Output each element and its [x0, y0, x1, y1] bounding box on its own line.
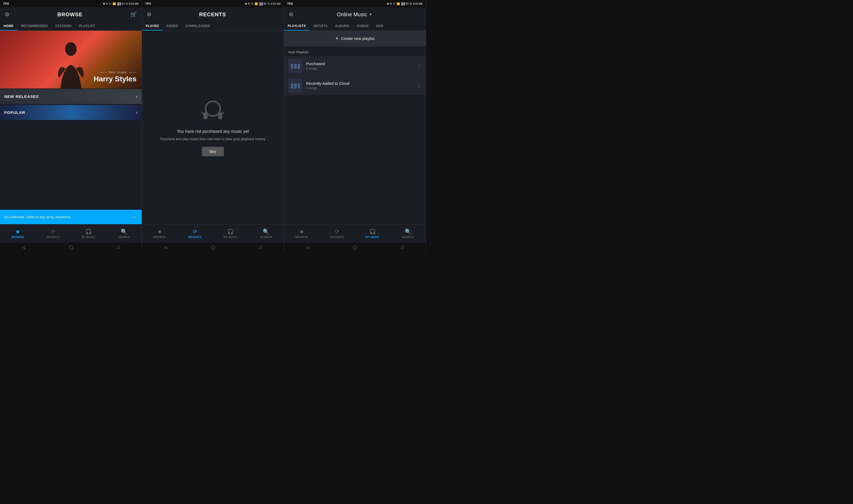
nav-recents-r[interactable]: ⟳ RECENTS	[177, 224, 213, 242]
nav-recents-m[interactable]: ⟳ RECENTS	[320, 224, 355, 242]
hero-text: New single Harry Styles	[94, 71, 137, 83]
svg-rect-3	[218, 112, 222, 119]
svg-point-0	[65, 42, 77, 56]
playlist-thumb-purchased: ▮▮▮	[288, 59, 302, 73]
create-playlist-button[interactable]: + Create new playlist	[284, 31, 426, 47]
tab-recommended[interactable]: RECOMMENDED	[17, 21, 51, 31]
nav-search-r[interactable]: 🔍 SEARCH	[248, 224, 284, 242]
carrier-browse: TPO	[3, 2, 9, 5]
recents-bottom-nav: ■ BROWSE ⟳ RECENTS 🎧 MY MUSIC 🔍 SEARCH	[142, 224, 284, 242]
bluetooth-icon-r: ✱	[245, 2, 247, 5]
nav-search[interactable]: 🔍 SEARCH	[106, 224, 142, 242]
search-nav-icon-r: 🔍	[263, 228, 269, 235]
home-btn-m[interactable]: ◯	[353, 245, 357, 249]
status-bar-recents: TPO ✱ N ⏱ 📶 ▐▐ 93% 8:03 AM	[142, 0, 284, 7]
mymusic-nav-icon: 🎧	[85, 228, 92, 235]
hero-subtitle: New single	[94, 71, 137, 74]
nav-browse-label-r: BROWSE	[153, 236, 166, 239]
settings-icon-r[interactable]: ⚙	[146, 10, 152, 19]
more-btn-purchased[interactable]: ⋮	[417, 63, 421, 69]
recents-panel: TPO ✱ N ⏱ 📶 ▐▐ 93% 8:03 AM ⚙ RECENTS PLA…	[142, 0, 284, 252]
cart-icon[interactable]: 🛒	[129, 10, 138, 19]
recents-top-bar: ⚙ RECENTS	[142, 7, 284, 21]
nav-mymusic-m[interactable]: 🎧 MY MUSIC	[355, 224, 390, 242]
signin-icon[interactable]: →	[130, 213, 138, 221]
unlimited-banner[interactable]: Go Unlimited. Listen to any song, anywhe…	[0, 210, 142, 224]
status-icons-recents: ✱ N ⏱ 📶 ▐▐ 93% 8:03 AM	[245, 2, 280, 5]
android-nav-mymusic: ◁ ◯ □	[284, 242, 426, 252]
tab-played[interactable]: PLAYED	[142, 21, 163, 31]
nav-browse-label: BROWSE	[12, 236, 24, 239]
tab-downloaded[interactable]: DOWNLOADED	[182, 21, 214, 31]
tab-stations[interactable]: STATIONS	[51, 21, 75, 31]
hero-silhouette-image	[55, 41, 87, 88]
svg-rect-2	[203, 112, 207, 119]
nav-browse-m[interactable]: ■ BROWSE	[284, 224, 320, 242]
browse-panel: TPO ✱ N ⏱ 📶 ▐▐ 93% 8:03 AM ⚙ BROWSE 🛒 HO…	[0, 0, 142, 252]
time-browse: 8:03 AM	[129, 2, 139, 5]
create-playlist-label: Create new playlist	[341, 36, 374, 41]
buy-button[interactable]: Buy	[202, 147, 224, 156]
recents-empty-state: You have not purchased any music yet Pur…	[142, 31, 284, 224]
hero-banner: New single Harry Styles	[0, 31, 142, 88]
nav-search-label: SEARCH	[118, 236, 130, 239]
headphones-icon	[200, 99, 226, 125]
back-btn-m[interactable]: ◁	[306, 245, 309, 249]
mymusic-top-bar: ⚙ Online Music ▼	[284, 7, 426, 21]
nav-browse[interactable]: ■ BROWSE	[0, 224, 35, 242]
nav-mymusic-label: MY MUSIC	[81, 236, 96, 239]
playlist-item-purchased[interactable]: ▮▮▮ Purchased 0 songs ⋮	[284, 56, 426, 76]
nav-search-m[interactable]: 🔍 SEARCH	[390, 224, 426, 242]
search-nav-icon-m: 🔍	[405, 228, 411, 235]
svg-line-5	[222, 112, 224, 114]
playlist-thumb-icon-purchased: ▮▮▮	[290, 62, 301, 70]
recents-title: RECENTS	[199, 12, 226, 18]
playlist-info-cloud: Recently Added to Cloud 0 songs	[306, 81, 417, 90]
nav-recents[interactable]: ⟳ RECENTS	[35, 224, 71, 242]
recents-btn-r[interactable]: □	[259, 245, 261, 249]
online-music-title: Online Music	[337, 12, 367, 18]
playlist-item-cloud[interactable]: ▮▮▮ Recently Added to Cloud 0 songs ⋮	[284, 76, 426, 95]
online-music-dropdown[interactable]: Online Music ▼	[337, 12, 372, 18]
nav-mymusic[interactable]: 🎧 MY MUSIC	[71, 224, 106, 242]
back-btn[interactable]: ◁	[22, 245, 25, 249]
popular-btn[interactable]: POPULAR ›	[0, 105, 142, 120]
tab-playlists[interactable]: PLAYLIST	[75, 21, 99, 31]
home-btn[interactable]: ◯	[69, 245, 73, 249]
tab-playlists[interactable]: PLAYLISTS	[284, 21, 309, 31]
settings-icon-m[interactable]: ⚙	[288, 10, 294, 19]
alarm-icon: ⏱	[109, 2, 111, 5]
tab-albums[interactable]: ALBUMS	[331, 21, 353, 31]
android-nav-browse: ◁ ◯ □	[0, 242, 142, 252]
browse-top-bar: ⚙ BROWSE 🛒	[0, 7, 142, 21]
recents-content: You have not purchased any music yet Pur…	[142, 31, 284, 224]
mymusic-nav-icon-m: 🎧	[369, 228, 376, 235]
dropdown-arrow-icon: ▼	[369, 12, 373, 17]
tab-home[interactable]: HOME	[0, 21, 17, 31]
network-icon: N	[106, 2, 108, 5]
mymusic-content: + Create new playlist Auto Playlists ▮▮▮…	[284, 31, 426, 224]
tab-artists[interactable]: ARTISTS	[309, 21, 331, 31]
alarm-icon-r: ⏱	[251, 2, 254, 5]
home-btn-r[interactable]: ◯	[211, 245, 215, 249]
nav-browse-r[interactable]: ■ BROWSE	[142, 224, 177, 242]
tab-songs[interactable]: SONGS	[353, 21, 373, 31]
status-icons-mymusic: ✱ N ⏱ 📶 ▐▐ 93% 8:03 AM	[387, 2, 422, 5]
browse-nav-icon-r: ■	[158, 229, 161, 235]
nav-mymusic-r[interactable]: 🎧 MY MUSIC	[213, 224, 248, 242]
popular-chevron: ›	[136, 110, 138, 115]
browse-content: New single Harry Styles NEW RELEASES › P…	[0, 31, 142, 224]
new-releases-btn[interactable]: NEW RELEASES ›	[0, 89, 142, 104]
more-btn-cloud[interactable]: ⋮	[417, 83, 421, 88]
browse-tabs: HOME RECOMMENDED STATIONS PLAYLIST	[0, 21, 142, 31]
tab-genres[interactable]: GEN	[372, 21, 387, 31]
nav-search-label-r: SEARCH	[260, 236, 272, 239]
signal-icon-r: ▐▐	[259, 2, 262, 5]
mymusic-tabs: PLAYLISTS ARTISTS ALBUMS SONGS GEN	[284, 21, 426, 31]
recents-btn-m[interactable]: □	[401, 245, 403, 249]
mymusic-panel: TPO ✱ N ⏱ 📶 ▐▐ 93% 8:03 AM ⚙ Online Musi…	[284, 0, 426, 252]
settings-icon[interactable]: ⚙	[4, 10, 11, 19]
tab-added[interactable]: ADDED	[163, 21, 182, 31]
recents-btn[interactable]: □	[117, 245, 120, 249]
back-btn-r[interactable]: ◁	[164, 245, 167, 249]
